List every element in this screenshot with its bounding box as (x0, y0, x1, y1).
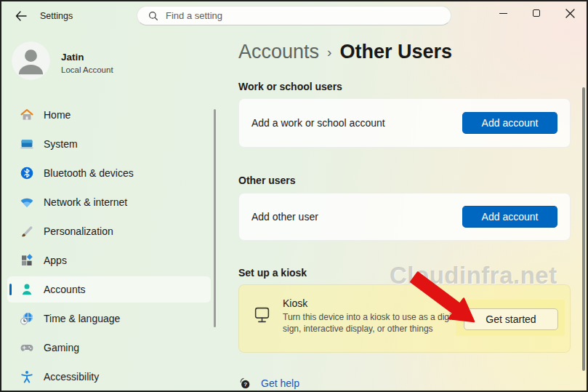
sidebar-nav: Home System Bluetooth & devices (7, 102, 211, 392)
sidebar-item-label: Network & internet (44, 196, 127, 208)
sidebar-item-label: Time & language (44, 313, 120, 324)
accessibility-icon (20, 369, 34, 384)
close-icon (565, 9, 575, 18)
sidebar-item-bluetooth[interactable]: Bluetooth & devices (7, 160, 211, 186)
get-started-button[interactable]: Get started (464, 308, 558, 330)
sidebar-item-label: Gaming (44, 342, 79, 353)
titlebar: Settings (0, 0, 588, 32)
help-section: ? Get help (238, 377, 299, 390)
kiosk-description: Turn this device into a kiosk to use as … (283, 312, 463, 335)
window-controls (486, 1, 587, 25)
question-mark-icon: ? (238, 377, 251, 390)
sidebar-item-time-language[interactable]: Time & language (7, 305, 211, 332)
get-help-link[interactable]: Get help (261, 377, 299, 389)
bluetooth-icon (20, 166, 34, 180)
sidebar-item-apps[interactable]: Apps (7, 247, 211, 273)
settings-window: Settings Jatin Local Account (0, 0, 588, 392)
avatar (12, 41, 50, 80)
search-input[interactable] (166, 10, 443, 21)
back-button[interactable] (9, 7, 33, 25)
home-icon (20, 108, 34, 122)
close-button[interactable] (553, 1, 587, 25)
breadcrumb-separator: › (327, 44, 331, 60)
svg-text:?: ? (243, 381, 247, 388)
personalization-icon (20, 224, 34, 239)
gaming-icon (20, 340, 34, 355)
time-language-icon (20, 311, 34, 326)
user-profile[interactable]: Jatin Local Account (12, 41, 208, 82)
kiosk-heading: Set up a kiosk (238, 267, 307, 279)
accounts-icon (20, 282, 34, 297)
app-title: Settings (40, 11, 73, 21)
sidebar-item-accounts[interactable]: Accounts (7, 276, 211, 303)
maximize-button[interactable] (520, 1, 553, 25)
maximize-icon (533, 9, 540, 17)
sidebar-item-label: Apps (44, 255, 67, 266)
sidebar-item-personalization[interactable]: Personalization (7, 218, 211, 244)
search-box[interactable] (137, 6, 451, 25)
sidebar-item-accessibility[interactable]: Accessibility (7, 364, 211, 390)
kiosk-title: Kiosk (283, 297, 466, 309)
user-name: Jatin (61, 52, 84, 63)
sidebar-item-label: Bluetooth & devices (44, 167, 134, 179)
sidebar-item-gaming[interactable]: Gaming (7, 335, 211, 361)
add-work-account-button[interactable]: Add account (462, 112, 557, 134)
search-icon (148, 10, 159, 22)
other-users-label: Add other user (251, 211, 318, 223)
work-school-heading: Work or school users (238, 81, 342, 92)
page-title: Other Users (339, 41, 452, 63)
sidebar-item-label: Accessibility (44, 371, 99, 383)
sidebar-item-label: System (44, 138, 78, 150)
network-icon (20, 195, 34, 209)
content-scrollbar[interactable] (582, 87, 585, 371)
other-users-heading: Other users (238, 175, 296, 186)
minimize-icon (499, 13, 507, 14)
back-arrow-icon (15, 11, 27, 21)
sidebar-scrollbar[interactable] (214, 109, 216, 327)
sidebar-item-home[interactable]: Home (7, 102, 211, 128)
add-other-user-button[interactable]: Add account (462, 206, 557, 228)
sidebar-item-network[interactable]: Network & internet (7, 189, 211, 215)
apps-icon (20, 253, 34, 268)
breadcrumb: Accounts › Other Users (238, 41, 452, 63)
sidebar-item-system[interactable]: System (7, 131, 211, 157)
work-school-card: Add a work or school account Add account (238, 98, 571, 148)
work-school-label: Add a work or school account (251, 117, 385, 129)
system-icon (20, 137, 34, 151)
sidebar-item-label: Personalization (44, 225, 113, 237)
other-users-card: Add other user Add account (238, 193, 571, 241)
user-account-type: Local Account (61, 65, 113, 74)
minimize-button[interactable] (486, 1, 520, 25)
sidebar-item-label: Home (44, 109, 71, 121)
sidebar-item-label: Accounts (44, 284, 86, 295)
breadcrumb-accounts[interactable]: Accounts (238, 41, 319, 63)
kiosk-icon (253, 306, 271, 324)
